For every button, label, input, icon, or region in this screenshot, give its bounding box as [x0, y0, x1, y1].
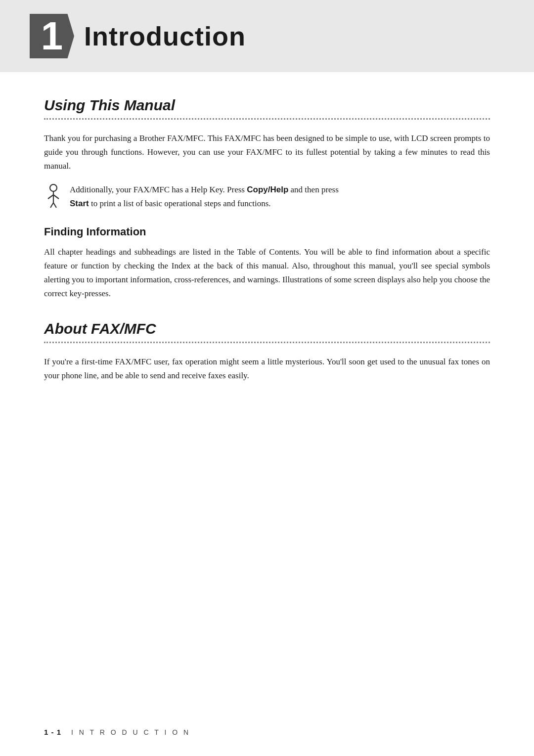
svg-point-0 — [50, 184, 57, 191]
section2-body: If you're a first-time FAX/MFC user, fax… — [44, 355, 490, 383]
footer: 1 - 1 I N T R O D U C T I O N — [44, 728, 490, 736]
chapter-number: 1 — [30, 14, 74, 58]
svg-line-5 — [53, 195, 59, 199]
section-using-this-manual: Using This Manual Thank you for purchasi… — [44, 97, 490, 301]
subsection-finding-information: Finding Information All chapter headings… — [44, 225, 490, 301]
note-text: Additionally, your FAX/MFC has a Help Ke… — [70, 183, 339, 211]
svg-line-4 — [48, 195, 53, 199]
footer-chapter-label: I N T R O D U C T I O N — [71, 728, 190, 736]
start-bold: Start — [70, 199, 89, 208]
section1-heading: Using This Manual — [44, 97, 490, 114]
svg-line-3 — [53, 203, 56, 208]
chapter-header: 1 Introduction — [0, 0, 534, 72]
svg-line-2 — [50, 203, 53, 208]
page: 1 Introduction Using This Manual Thank y… — [0, 0, 534, 756]
note-icon — [44, 184, 63, 212]
content-area: Using This Manual Thank you for purchasi… — [0, 97, 534, 383]
copy-help-bold: Copy/Help — [247, 185, 288, 194]
note-block: Additionally, your FAX/MFC has a Help Ke… — [44, 183, 490, 212]
section1-body1: Thank you for purchasing a Brother FAX/M… — [44, 132, 490, 173]
section2-heading: About FAX/MFC — [44, 320, 490, 337]
subsection-heading: Finding Information — [44, 225, 490, 238]
subsection-body: All chapter headings and subheadings are… — [44, 245, 490, 301]
divider-2 — [44, 340, 490, 344]
footer-page-number: 1 - 1 — [44, 728, 61, 736]
divider-1 — [44, 117, 490, 121]
section-about-fax-mfc: About FAX/MFC If you're a first-time FAX… — [44, 320, 490, 383]
chapter-title: Introduction — [84, 21, 246, 51]
